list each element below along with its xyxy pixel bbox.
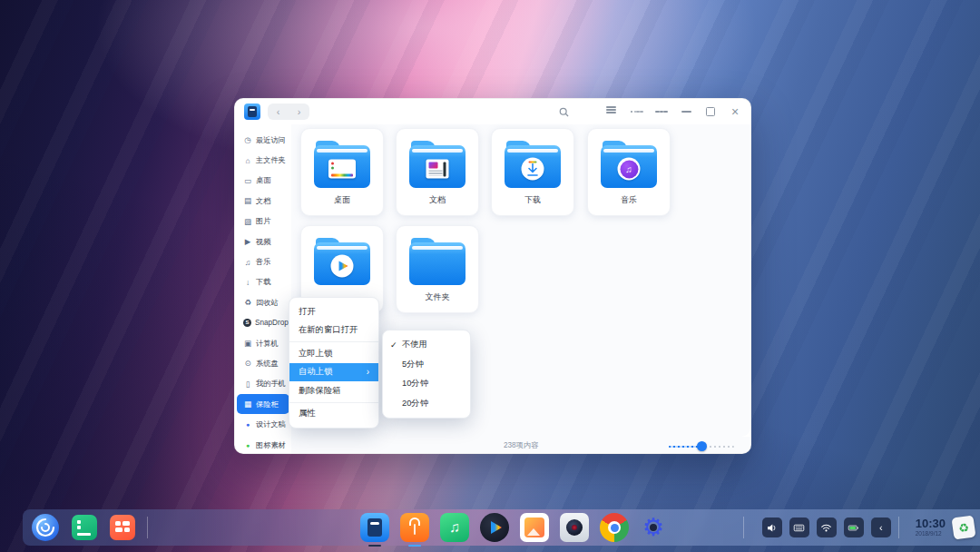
menu-item-open-new-window[interactable]: 在新的窗口打开 bbox=[289, 321, 378, 340]
tray-collapse-icon[interactable]: ‹ bbox=[871, 518, 891, 537]
dock: ♫ ⚙ ‹ 10:30 bbox=[23, 509, 980, 546]
folder-icon bbox=[409, 238, 466, 285]
sidebar-item-home[interactable]: ⌂主文件夹 bbox=[237, 150, 289, 170]
desktop: ‹ › × ◷最近访问 ⌂主文件夹 ▭桌面 ▤文档 ▨ bbox=[0, 0, 980, 552]
recycle-icon: ♻ bbox=[957, 520, 970, 535]
folder-label: 桌面 bbox=[334, 194, 350, 206]
sidebar-item-computer[interactable]: ▣计算机 bbox=[237, 333, 289, 353]
dock-separator bbox=[147, 517, 148, 538]
dock-tray-group: ‹ 10:30 2018/9/12 ♻ bbox=[762, 509, 975, 546]
clock[interactable]: 10:30 2018/9/12 bbox=[916, 518, 946, 537]
wifi-icon[interactable] bbox=[817, 518, 837, 537]
sidebar-item-recent[interactable]: ◷最近访问 bbox=[237, 130, 289, 150]
document-emblem-icon bbox=[426, 160, 449, 179]
green-tag-icon: ● bbox=[243, 442, 252, 448]
sidebar-label: 桌面 bbox=[256, 175, 270, 185]
sidebar-label: 视频 bbox=[256, 237, 270, 247]
menu-item-open[interactable]: 打开 bbox=[289, 302, 378, 321]
dock-media-player-icon[interactable] bbox=[480, 513, 509, 542]
keyboard-icon[interactable] bbox=[789, 518, 809, 537]
sidebar-label: 我的手机 bbox=[256, 379, 286, 389]
folder-icon bbox=[314, 141, 370, 188]
maximize-button[interactable] bbox=[704, 105, 717, 118]
list-view-icon[interactable] bbox=[606, 105, 619, 118]
folder-tile-documents[interactable]: 文档 bbox=[396, 128, 479, 216]
search-icon[interactable] bbox=[557, 105, 570, 118]
grid-view-icon[interactable] bbox=[582, 105, 594, 118]
menu-item-auto-lock[interactable]: 自动上锁 › bbox=[289, 363, 378, 382]
folder-tile-desktop[interactable]: 桌面 bbox=[300, 128, 384, 216]
phone-icon: ▯ bbox=[243, 380, 252, 389]
clock-icon: ◷ bbox=[243, 135, 252, 144]
submenu-item-never[interactable]: ✓ 不使用 bbox=[383, 335, 470, 355]
disk-icon: ⊙ bbox=[243, 359, 252, 368]
music-emblem-icon bbox=[618, 158, 641, 181]
folder-label: 文件夹 bbox=[426, 291, 450, 303]
sidebar-label: 系统盘 bbox=[256, 359, 279, 369]
trash-icon: ♻ bbox=[243, 298, 252, 307]
sidebar-item-system-disk[interactable]: ⊙系统盘 bbox=[237, 353, 289, 373]
detail-view-icon[interactable] bbox=[631, 105, 643, 118]
sidebar-item-tag-design[interactable]: ●设计文稿 bbox=[237, 414, 289, 434]
sidebar-label: SnapDrop bbox=[255, 319, 289, 327]
dock-chrome-icon[interactable] bbox=[600, 513, 629, 542]
dock-music-icon[interactable]: ♫ bbox=[440, 513, 469, 542]
launcher-icon[interactable] bbox=[32, 514, 59, 541]
folder-icon bbox=[409, 141, 466, 188]
minimize-button[interactable] bbox=[680, 105, 692, 118]
battery-icon[interactable] bbox=[844, 518, 864, 537]
sidebar-item-vault[interactable]: ▦保险柜 bbox=[237, 394, 289, 414]
picture-icon: ▨ bbox=[243, 217, 252, 226]
menu-item-properties[interactable]: 属性 bbox=[289, 405, 378, 424]
folder-tile-music[interactable]: 音乐 bbox=[587, 128, 671, 216]
menu-item-lock-now[interactable]: 立即上锁 bbox=[289, 344, 378, 363]
dock-gallery-icon[interactable] bbox=[520, 513, 549, 542]
submenu-item-20min[interactable]: 20分钟 bbox=[383, 394, 470, 414]
menu-divider bbox=[289, 341, 378, 342]
back-button[interactable]: ‹ bbox=[268, 104, 289, 120]
sidebar-item-snapdrop[interactable]: SSnapDrop bbox=[237, 313, 289, 333]
titlebar[interactable]: ‹ › × bbox=[235, 99, 750, 124]
submenu-item-10min[interactable]: 10分钟 bbox=[383, 374, 470, 394]
folder-icon bbox=[314, 238, 370, 285]
folder-icon bbox=[505, 141, 561, 188]
sidebar-item-tag-icons[interactable]: ●图标素材 bbox=[237, 435, 289, 455]
context-menu: 打开 在新的窗口打开 立即上锁 自动上锁 › 删除保险箱 属性 bbox=[289, 297, 379, 429]
auto-lock-submenu: ✓ 不使用 5分钟 10分钟 20分钟 bbox=[382, 330, 471, 419]
sidebar-item-videos[interactable]: ▶视频 bbox=[237, 232, 289, 251]
dock-control-center-icon[interactable]: ⚙ bbox=[640, 514, 667, 541]
dock-app-store-icon[interactable] bbox=[400, 513, 429, 542]
slider-handle[interactable] bbox=[697, 441, 707, 451]
sidebar-item-pictures[interactable]: ▨图片 bbox=[237, 212, 289, 232]
sidebar-item-documents[interactable]: ▤文档 bbox=[237, 191, 289, 211]
close-button[interactable]: × bbox=[729, 105, 741, 118]
volume-icon[interactable] bbox=[762, 518, 782, 537]
forward-button[interactable]: › bbox=[289, 104, 309, 120]
item-count: 238项内容 bbox=[504, 440, 538, 450]
menu-icon[interactable] bbox=[655, 105, 668, 118]
running-indicator bbox=[408, 545, 421, 547]
icon-size-slider[interactable] bbox=[669, 441, 734, 451]
folder-tile-downloads[interactable]: 下载 bbox=[491, 128, 574, 216]
dock-camera-icon[interactable] bbox=[560, 513, 589, 542]
sidebar-item-music[interactable]: ♫音乐 bbox=[237, 251, 289, 271]
folder-tile-plain[interactable]: 文件夹 bbox=[396, 225, 479, 313]
dock-trash-icon[interactable]: ♻ bbox=[951, 515, 975, 539]
sidebar-item-trash[interactable]: ♻回收站 bbox=[237, 292, 289, 312]
dock-file-manager-icon[interactable] bbox=[360, 513, 389, 542]
navigation-buttons: ‹ › bbox=[268, 104, 309, 120]
app-grid-icon[interactable] bbox=[110, 515, 135, 540]
file-manager-app-icon bbox=[244, 104, 260, 120]
sidebar-item-desktop[interactable]: ▭桌面 bbox=[237, 171, 289, 191]
sidebar: ◷最近访问 ⌂主文件夹 ▭桌面 ▤文档 ▨图片 ▶视频 ♫音乐 ↓下载 ♻回收站… bbox=[235, 124, 291, 453]
snapdrop-icon: S bbox=[243, 319, 251, 327]
download-icon: ↓ bbox=[243, 278, 252, 287]
sidebar-item-my-phone[interactable]: ▯我的手机 bbox=[237, 374, 289, 394]
menu-item-delete-vault[interactable]: 删除保险箱 bbox=[289, 381, 378, 400]
folder-label: 下载 bbox=[524, 194, 541, 206]
submenu-item-5min[interactable]: 5分钟 bbox=[383, 355, 470, 375]
sidebar-item-downloads[interactable]: ↓下载 bbox=[237, 272, 289, 292]
multitasking-view-icon[interactable] bbox=[72, 515, 97, 540]
submenu-item-label: 不使用 bbox=[402, 339, 427, 350]
computer-icon: ▣ bbox=[243, 339, 252, 348]
